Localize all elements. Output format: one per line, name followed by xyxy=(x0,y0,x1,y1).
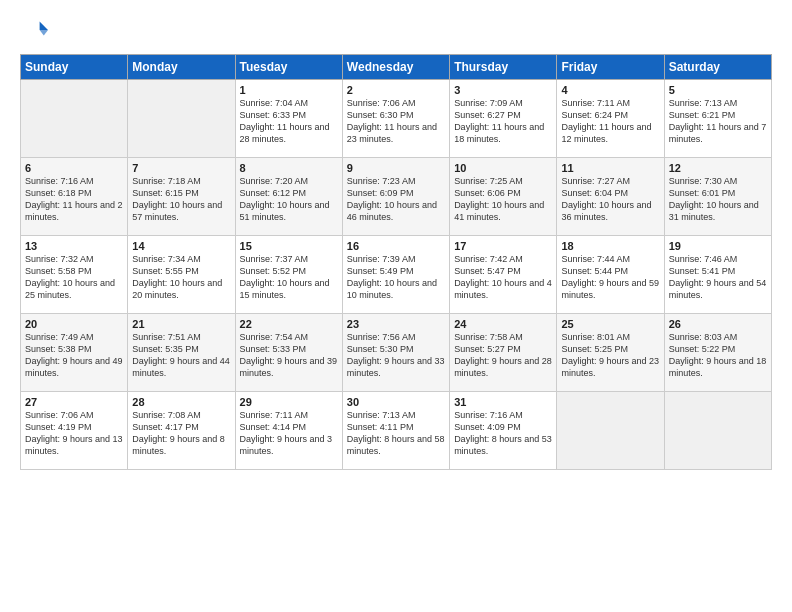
weekday-header: Sunday xyxy=(21,55,128,80)
day-number: 3 xyxy=(454,84,552,96)
day-info: Sunrise: 7:16 AM Sunset: 6:18 PM Dayligh… xyxy=(25,175,123,224)
day-info: Sunrise: 7:13 AM Sunset: 4:11 PM Dayligh… xyxy=(347,409,445,458)
header xyxy=(20,16,772,44)
weekday-header: Saturday xyxy=(664,55,771,80)
svg-marker-0 xyxy=(40,22,48,30)
day-number: 14 xyxy=(132,240,230,252)
day-number: 6 xyxy=(25,162,123,174)
day-info: Sunrise: 7:06 AM Sunset: 4:19 PM Dayligh… xyxy=(25,409,123,458)
calendar-cell: 31Sunrise: 7:16 AM Sunset: 4:09 PM Dayli… xyxy=(450,392,557,470)
day-info: Sunrise: 7:49 AM Sunset: 5:38 PM Dayligh… xyxy=(25,331,123,380)
day-info: Sunrise: 7:11 AM Sunset: 4:14 PM Dayligh… xyxy=(240,409,338,458)
day-info: Sunrise: 7:18 AM Sunset: 6:15 PM Dayligh… xyxy=(132,175,230,224)
weekday-header: Tuesday xyxy=(235,55,342,80)
day-info: Sunrise: 7:27 AM Sunset: 6:04 PM Dayligh… xyxy=(561,175,659,224)
day-info: Sunrise: 7:51 AM Sunset: 5:35 PM Dayligh… xyxy=(132,331,230,380)
calendar-cell: 25Sunrise: 8:01 AM Sunset: 5:25 PM Dayli… xyxy=(557,314,664,392)
calendar-cell: 18Sunrise: 7:44 AM Sunset: 5:44 PM Dayli… xyxy=(557,236,664,314)
day-number: 21 xyxy=(132,318,230,330)
calendar-cell: 7Sunrise: 7:18 AM Sunset: 6:15 PM Daylig… xyxy=(128,158,235,236)
day-number: 8 xyxy=(240,162,338,174)
day-info: Sunrise: 7:32 AM Sunset: 5:58 PM Dayligh… xyxy=(25,253,123,302)
day-info: Sunrise: 7:11 AM Sunset: 6:24 PM Dayligh… xyxy=(561,97,659,146)
calendar-cell: 23Sunrise: 7:56 AM Sunset: 5:30 PM Dayli… xyxy=(342,314,449,392)
weekday-header: Wednesday xyxy=(342,55,449,80)
day-number: 1 xyxy=(240,84,338,96)
day-info: Sunrise: 7:23 AM Sunset: 6:09 PM Dayligh… xyxy=(347,175,445,224)
calendar-cell: 12Sunrise: 7:30 AM Sunset: 6:01 PM Dayli… xyxy=(664,158,771,236)
calendar-cell: 14Sunrise: 7:34 AM Sunset: 5:55 PM Dayli… xyxy=(128,236,235,314)
day-number: 4 xyxy=(561,84,659,96)
day-number: 22 xyxy=(240,318,338,330)
day-info: Sunrise: 7:16 AM Sunset: 4:09 PM Dayligh… xyxy=(454,409,552,458)
day-info: Sunrise: 7:06 AM Sunset: 6:30 PM Dayligh… xyxy=(347,97,445,146)
calendar-cell: 22Sunrise: 7:54 AM Sunset: 5:33 PM Dayli… xyxy=(235,314,342,392)
calendar-cell: 30Sunrise: 7:13 AM Sunset: 4:11 PM Dayli… xyxy=(342,392,449,470)
day-info: Sunrise: 7:20 AM Sunset: 6:12 PM Dayligh… xyxy=(240,175,338,224)
calendar-cell: 26Sunrise: 8:03 AM Sunset: 5:22 PM Dayli… xyxy=(664,314,771,392)
day-info: Sunrise: 7:54 AM Sunset: 5:33 PM Dayligh… xyxy=(240,331,338,380)
calendar-cell: 16Sunrise: 7:39 AM Sunset: 5:49 PM Dayli… xyxy=(342,236,449,314)
day-number: 7 xyxy=(132,162,230,174)
calendar-week-row: 13Sunrise: 7:32 AM Sunset: 5:58 PM Dayli… xyxy=(21,236,772,314)
calendar-cell: 11Sunrise: 7:27 AM Sunset: 6:04 PM Dayli… xyxy=(557,158,664,236)
calendar-cell xyxy=(21,80,128,158)
day-number: 12 xyxy=(669,162,767,174)
calendar-cell: 21Sunrise: 7:51 AM Sunset: 5:35 PM Dayli… xyxy=(128,314,235,392)
day-number: 28 xyxy=(132,396,230,408)
day-number: 31 xyxy=(454,396,552,408)
day-number: 11 xyxy=(561,162,659,174)
day-number: 10 xyxy=(454,162,552,174)
day-number: 27 xyxy=(25,396,123,408)
day-number: 5 xyxy=(669,84,767,96)
day-number: 25 xyxy=(561,318,659,330)
calendar-cell: 10Sunrise: 7:25 AM Sunset: 6:06 PM Dayli… xyxy=(450,158,557,236)
calendar-cell: 6Sunrise: 7:16 AM Sunset: 6:18 PM Daylig… xyxy=(21,158,128,236)
weekday-header: Monday xyxy=(128,55,235,80)
logo-icon xyxy=(20,16,48,44)
day-info: Sunrise: 7:30 AM Sunset: 6:01 PM Dayligh… xyxy=(669,175,767,224)
day-number: 16 xyxy=(347,240,445,252)
day-info: Sunrise: 7:56 AM Sunset: 5:30 PM Dayligh… xyxy=(347,331,445,380)
calendar-cell: 3Sunrise: 7:09 AM Sunset: 6:27 PM Daylig… xyxy=(450,80,557,158)
day-info: Sunrise: 7:09 AM Sunset: 6:27 PM Dayligh… xyxy=(454,97,552,146)
calendar-week-row: 27Sunrise: 7:06 AM Sunset: 4:19 PM Dayli… xyxy=(21,392,772,470)
day-number: 26 xyxy=(669,318,767,330)
calendar-cell: 27Sunrise: 7:06 AM Sunset: 4:19 PM Dayli… xyxy=(21,392,128,470)
day-number: 30 xyxy=(347,396,445,408)
day-number: 15 xyxy=(240,240,338,252)
day-number: 29 xyxy=(240,396,338,408)
day-info: Sunrise: 8:03 AM Sunset: 5:22 PM Dayligh… xyxy=(669,331,767,380)
calendar-cell: 24Sunrise: 7:58 AM Sunset: 5:27 PM Dayli… xyxy=(450,314,557,392)
day-info: Sunrise: 8:01 AM Sunset: 5:25 PM Dayligh… xyxy=(561,331,659,380)
calendar-cell: 28Sunrise: 7:08 AM Sunset: 4:17 PM Dayli… xyxy=(128,392,235,470)
calendar-cell: 9Sunrise: 7:23 AM Sunset: 6:09 PM Daylig… xyxy=(342,158,449,236)
calendar-cell: 2Sunrise: 7:06 AM Sunset: 6:30 PM Daylig… xyxy=(342,80,449,158)
day-number: 13 xyxy=(25,240,123,252)
calendar-cell: 4Sunrise: 7:11 AM Sunset: 6:24 PM Daylig… xyxy=(557,80,664,158)
calendar-week-row: 1Sunrise: 7:04 AM Sunset: 6:33 PM Daylig… xyxy=(21,80,772,158)
day-info: Sunrise: 7:25 AM Sunset: 6:06 PM Dayligh… xyxy=(454,175,552,224)
day-info: Sunrise: 7:46 AM Sunset: 5:41 PM Dayligh… xyxy=(669,253,767,302)
calendar-week-row: 6Sunrise: 7:16 AM Sunset: 6:18 PM Daylig… xyxy=(21,158,772,236)
day-number: 20 xyxy=(25,318,123,330)
day-info: Sunrise: 7:37 AM Sunset: 5:52 PM Dayligh… xyxy=(240,253,338,302)
calendar-cell: 5Sunrise: 7:13 AM Sunset: 6:21 PM Daylig… xyxy=(664,80,771,158)
weekday-header-row: SundayMondayTuesdayWednesdayThursdayFrid… xyxy=(21,55,772,80)
calendar-table: SundayMondayTuesdayWednesdayThursdayFrid… xyxy=(20,54,772,470)
calendar-cell xyxy=(664,392,771,470)
calendar-cell: 1Sunrise: 7:04 AM Sunset: 6:33 PM Daylig… xyxy=(235,80,342,158)
day-number: 23 xyxy=(347,318,445,330)
day-info: Sunrise: 7:13 AM Sunset: 6:21 PM Dayligh… xyxy=(669,97,767,146)
weekday-header: Thursday xyxy=(450,55,557,80)
calendar-cell: 20Sunrise: 7:49 AM Sunset: 5:38 PM Dayli… xyxy=(21,314,128,392)
day-number: 19 xyxy=(669,240,767,252)
day-info: Sunrise: 7:44 AM Sunset: 5:44 PM Dayligh… xyxy=(561,253,659,302)
day-info: Sunrise: 7:04 AM Sunset: 6:33 PM Dayligh… xyxy=(240,97,338,146)
calendar-cell: 15Sunrise: 7:37 AM Sunset: 5:52 PM Dayli… xyxy=(235,236,342,314)
calendar-cell: 29Sunrise: 7:11 AM Sunset: 4:14 PM Dayli… xyxy=(235,392,342,470)
calendar-cell: 13Sunrise: 7:32 AM Sunset: 5:58 PM Dayli… xyxy=(21,236,128,314)
day-info: Sunrise: 7:39 AM Sunset: 5:49 PM Dayligh… xyxy=(347,253,445,302)
day-number: 9 xyxy=(347,162,445,174)
day-info: Sunrise: 7:08 AM Sunset: 4:17 PM Dayligh… xyxy=(132,409,230,458)
